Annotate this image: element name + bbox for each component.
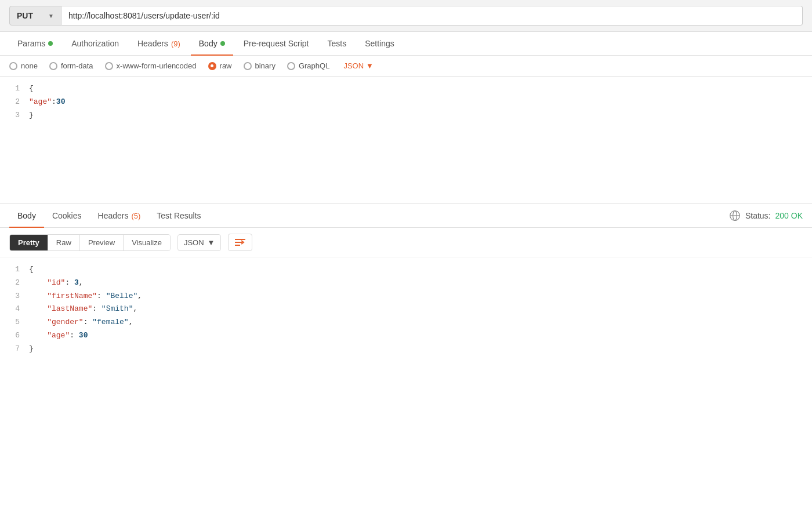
res-line-num-4: 4 xyxy=(0,303,29,315)
tab-params-label: Params xyxy=(17,39,45,48)
response-tab-test-results[interactable]: Test Results xyxy=(148,204,209,227)
status-area: Status: 200 OK xyxy=(729,210,803,221)
res-line-content-4: "lastName": "Smith", xyxy=(29,303,137,315)
radio-raw[interactable]: raw xyxy=(208,61,232,70)
radio-none[interactable]: none xyxy=(9,61,38,70)
radio-form-data[interactable]: form-data xyxy=(49,61,93,70)
tab-headers[interactable]: Headers (9) xyxy=(129,32,188,55)
response-section: Body Cookies Headers (5) Test Results St… xyxy=(0,204,812,362)
tab-settings-label: Settings xyxy=(365,39,394,48)
view-tab-raw[interactable]: Raw xyxy=(48,235,80,250)
wrap-icon xyxy=(234,238,246,247)
radio-graphql-circle xyxy=(287,62,295,70)
radio-graphql-label: GraphQL xyxy=(299,61,329,70)
req-line-3: 3 } xyxy=(0,109,812,122)
res-line-num-6: 6 xyxy=(0,330,29,342)
radio-raw-label: raw xyxy=(220,61,232,70)
response-json-dropdown[interactable]: JSON ▼ xyxy=(177,234,222,251)
res-line-content-1: { xyxy=(29,264,34,276)
res-line-5: 5 "gender": "female", xyxy=(0,316,812,329)
view-tab-pretty[interactable]: Pretty xyxy=(10,235,48,250)
req-line-num-1: 1 xyxy=(0,83,29,95)
request-tabs: Params Authorization Headers (9) Body Pr… xyxy=(0,32,812,56)
tab-body[interactable]: Body xyxy=(191,32,233,55)
radio-graphql[interactable]: GraphQL xyxy=(287,61,329,70)
req-line-num-3: 3 xyxy=(0,110,29,122)
res-line-content-6: "age": 30 xyxy=(29,330,88,342)
response-body-editor: 1 { 2 "id": 3, 3 "firstName": "Belle", 4… xyxy=(0,257,812,362)
request-body-editor[interactable]: 1 { 2 "age":30 3 } xyxy=(0,77,812,204)
radio-raw-circle xyxy=(208,62,216,70)
res-line-content-2: "id": 3, xyxy=(29,277,84,289)
method-chevron-icon: ▼ xyxy=(48,13,54,19)
res-line-2: 2 "id": 3, xyxy=(0,277,812,290)
res-line-content-5: "gender": "female", xyxy=(29,317,133,329)
radio-none-circle xyxy=(9,62,17,70)
json-type-button[interactable]: JSON ▼ xyxy=(343,61,374,70)
res-val-id: 3 xyxy=(74,278,79,287)
body-type-row: none form-data x-www-form-urlencoded raw… xyxy=(0,56,812,77)
res-line-content-3: "firstName": "Belle", xyxy=(29,290,142,303)
radio-urlencoded-circle xyxy=(105,62,113,70)
res-key-age: "age" xyxy=(47,331,70,340)
view-tab-group: Pretty Raw Preview Visualize xyxy=(9,234,171,251)
req-val-age: 30 xyxy=(56,97,66,106)
response-tab-cookies-label: Cookies xyxy=(52,211,82,220)
res-key-lastname: "lastName" xyxy=(47,304,92,313)
res-line-num-3: 3 xyxy=(0,290,29,303)
status-label: Status: xyxy=(745,211,771,220)
radio-form-data-circle xyxy=(49,62,57,70)
res-line-7: 7 } xyxy=(0,343,812,356)
res-line-3: 3 "firstName": "Belle", xyxy=(0,290,812,303)
res-line-6: 6 "age": 30 xyxy=(0,329,812,343)
res-line-num-5: 5 xyxy=(0,317,29,329)
req-line-1: 1 { xyxy=(0,82,812,96)
view-tab-visualize[interactable]: Visualize xyxy=(124,235,170,250)
tab-headers-label: Headers xyxy=(137,39,168,48)
res-val-lastname: "Smith" xyxy=(102,304,133,313)
view-tab-pretty-label: Pretty xyxy=(18,238,39,247)
tab-authorization[interactable]: Authorization xyxy=(63,32,127,55)
response-tabs: Body Cookies Headers (5) Test Results St… xyxy=(0,204,812,228)
view-tab-raw-label: Raw xyxy=(56,238,71,247)
wrap-button[interactable] xyxy=(228,234,252,251)
view-tab-preview-label: Preview xyxy=(88,238,115,247)
res-key-id: "id" xyxy=(47,278,65,287)
response-tab-body[interactable]: Body xyxy=(9,204,44,227)
tab-settings[interactable]: Settings xyxy=(357,32,403,55)
radio-none-label: none xyxy=(21,61,38,70)
response-json-chevron-icon: ▼ xyxy=(208,238,215,247)
response-view-row: Pretty Raw Preview Visualize JSON ▼ xyxy=(0,228,812,257)
res-key-gender: "gender" xyxy=(47,318,83,326)
req-line-content-1: { xyxy=(29,83,34,95)
radio-urlencoded[interactable]: x-www-form-urlencoded xyxy=(105,61,197,70)
tab-prerequest[interactable]: Pre-request Script xyxy=(235,32,317,55)
method-selector[interactable]: PUT ▼ xyxy=(9,6,61,26)
res-line-num-7: 7 xyxy=(0,343,29,355)
res-val-gender: "female" xyxy=(92,318,128,326)
tab-tests[interactable]: Tests xyxy=(320,32,355,55)
tab-prerequest-label: Pre-request Script xyxy=(244,39,309,48)
view-tab-visualize-label: Visualize xyxy=(132,238,162,247)
response-tab-headers-label: Headers xyxy=(98,211,129,220)
res-line-num-2: 2 xyxy=(0,277,29,289)
tab-params[interactable]: Params xyxy=(9,32,61,55)
response-tab-test-results-label: Test Results xyxy=(157,211,201,220)
status-value: 200 OK xyxy=(775,211,803,220)
tab-body-label: Body xyxy=(199,39,217,48)
res-line-num-1: 1 xyxy=(0,264,29,276)
response-tab-headers[interactable]: Headers (5) xyxy=(90,204,149,227)
radio-binary[interactable]: binary xyxy=(244,61,276,70)
response-tab-body-label: Body xyxy=(17,211,36,220)
res-val-firstname: "Belle" xyxy=(106,292,138,300)
res-line-1: 1 { xyxy=(0,263,812,277)
globe-icon xyxy=(729,210,741,221)
url-input[interactable] xyxy=(61,6,803,26)
json-type-chevron-icon: ▼ xyxy=(366,61,374,70)
req-line-content-2: "age":30 xyxy=(29,96,65,108)
response-headers-badge: (5) xyxy=(131,212,140,220)
view-tab-preview[interactable]: Preview xyxy=(80,235,124,250)
response-json-type-label: JSON xyxy=(184,238,204,247)
radio-form-data-label: form-data xyxy=(61,61,93,70)
response-tab-cookies[interactable]: Cookies xyxy=(44,204,90,227)
